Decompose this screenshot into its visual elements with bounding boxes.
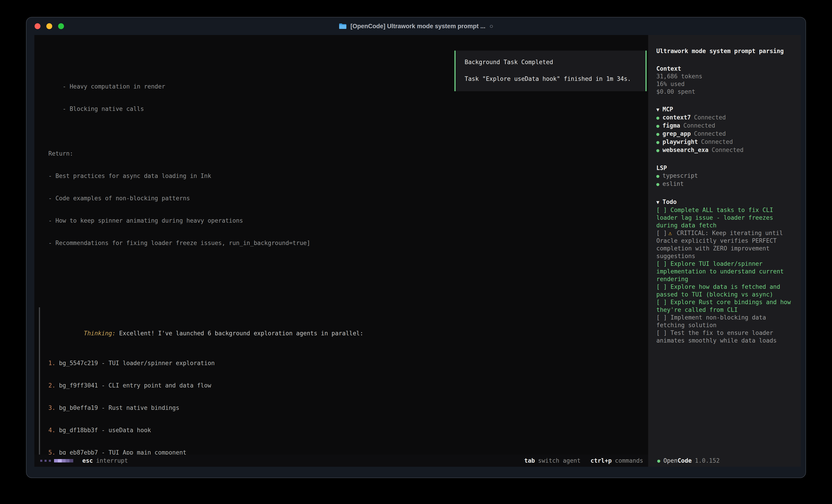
brand-name: Open	[664, 457, 678, 464]
status-dot-icon: ●	[656, 122, 659, 130]
zoom-window-button[interactable]	[58, 23, 64, 29]
thinking-label: Thinking:	[84, 330, 116, 337]
lsp-heading: LSP	[656, 164, 797, 172]
chevron-down-icon[interactable]: ▼	[656, 199, 659, 205]
window-title-status-icon: ○	[490, 23, 493, 30]
session-title: Ultrawork mode system prompt parsing	[656, 47, 797, 55]
folder-icon	[339, 23, 347, 29]
mcp-item: ●context7Connected	[656, 114, 797, 122]
todo-item: [ ] Explore how data is fetched and pass…	[656, 283, 797, 298]
traffic-lights	[34, 23, 64, 29]
esc-key-hint: esc	[82, 457, 93, 464]
todo-item: [ ] Explore TUI loader/spinner implement…	[656, 260, 797, 283]
thinking-list-item: 2. bg_f9ff3041 - CLI entry point and dat…	[48, 382, 644, 389]
mcp-item: ●grep_appConnected	[656, 130, 797, 138]
thinking-list-item: 4. bg_df18bb3f - useData hook	[48, 426, 644, 434]
spinner-dots-icon	[40, 460, 51, 462]
todo-item: [ ] Test the fix to ensure loader animat…	[656, 329, 797, 344]
todo-item: [ ] Explore Rust core bindings and how t…	[656, 298, 797, 314]
status-dot-icon: ●	[656, 114, 659, 122]
status-dot-icon: ●	[656, 172, 659, 180]
todo-item: [ ] Complete ALL tasks to fix CLI loader…	[656, 206, 797, 229]
close-window-button[interactable]	[34, 23, 41, 29]
ctrlp-key-hint: ctrl+p	[591, 457, 612, 464]
context-used: 16% used	[656, 80, 797, 88]
toast-title: Background Task Completed	[465, 59, 646, 65]
status-dot-icon: ●	[656, 130, 659, 138]
context-heading: Context	[656, 65, 797, 73]
window-title: [OpenCode] Ultrawork mode system prompt …	[350, 23, 486, 30]
chevron-down-icon[interactable]: ▼	[656, 107, 659, 112]
thinking-list-item: 1. bg_5547c219 - TUI loader/spinner expl…	[48, 360, 644, 367]
minimize-window-button[interactable]	[46, 23, 52, 29]
warning-icon: ⚠	[668, 230, 672, 236]
context-tokens: 31,686 tokens	[656, 73, 797, 80]
app-window: [OpenCode] Ultrawork mode system prompt …	[26, 17, 806, 478]
tab-key-hint: tab	[524, 457, 535, 464]
lsp-item: ●eslint	[656, 180, 797, 188]
thinking-block: Thinking: Excellent! I've launched 6 bac…	[39, 307, 644, 467]
terminal-main-panel: - Heavy computation in render - Blocking…	[34, 35, 648, 467]
lsp-item: ●typescript	[656, 172, 797, 180]
tool-result-text: - Heavy computation in render - Blocking…	[48, 68, 644, 262]
esc-key-action: interrupt	[96, 457, 128, 464]
tab-key-action: switch agent	[538, 457, 580, 464]
toast-body: Task "Explore useData hook" finished in …	[465, 76, 646, 82]
session-sidebar: Ultrawork mode system prompt parsing Con…	[648, 35, 801, 467]
status-bar: esc interrupt tab switch agent ctrl+p co…	[34, 454, 648, 467]
thinking-list-item: 3. bg_b0effa19 - Rust native bindings	[48, 404, 644, 412]
status-dot-icon: ●	[656, 180, 659, 188]
status-dot-icon: ●	[656, 138, 659, 146]
mcp-item: ●playwrightConnected	[656, 138, 797, 146]
ctrlp-key-action: commands	[615, 457, 643, 464]
mcp-section-header[interactable]: ▼MCP	[656, 106, 797, 114]
message-scrollback: - Heavy computation in render - Blocking…	[34, 35, 648, 467]
todo-list: [ ] Complete ALL tasks to fix CLI loader…	[656, 206, 797, 344]
app-version-footer: ● OpenCode 1.0.152	[648, 454, 720, 467]
status-dot-icon: ●	[657, 458, 660, 464]
todo-item: [ ]⚠ CRITICAL: Keep iterating until Orac…	[656, 229, 797, 260]
todo-section-header[interactable]: ▼Todo	[656, 198, 797, 206]
titlebar: [OpenCode] Ultrawork mode system prompt …	[26, 18, 806, 35]
todo-item: [ ] Implement non-blocking data fetching…	[656, 314, 797, 329]
mcp-item: ●websearch_exaConnected	[656, 146, 797, 154]
mcp-item: ●figmaConnected	[656, 122, 797, 130]
notification-toast[interactable]: Background Task Completed Task "Explore …	[454, 51, 647, 91]
status-dot-icon: ●	[656, 146, 659, 154]
app-version: 1.0.152	[695, 457, 720, 464]
progress-spinner-icon	[54, 459, 73, 463]
context-spent: $0.00 spent	[656, 88, 797, 95]
